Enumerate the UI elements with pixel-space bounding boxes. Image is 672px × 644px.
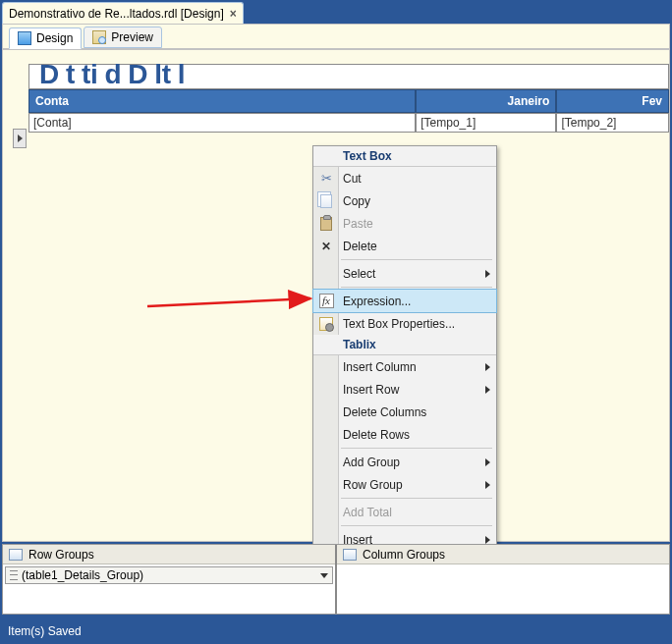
view-tab-bar: Design Preview [2,24,670,49]
tab-design[interactable]: Design [9,27,82,49]
row-groups-label: Row Groups [28,548,94,562]
chevron-right-icon [485,481,490,489]
report-title-text: D t ti d D lt l [39,59,185,90]
grouping-pane: Row Groups (table1_Details_Group) Column… [2,544,670,615]
chevron-right-icon [485,363,490,371]
column-groups-label: Column Groups [363,548,445,562]
group-item-label: (table1_Details_Group) [18,568,320,582]
row-groups-body[interactable]: (table1_Details_Group) [3,564,335,614]
drag-handle-icon[interactable] [10,568,18,582]
menu-delete[interactable]: Delete [313,235,496,257]
menu-delete-rows[interactable]: Delete Rows [313,423,496,446]
tab-preview-label: Preview [111,30,153,44]
close-icon[interactable]: × [230,7,237,21]
chevron-right-icon [485,536,490,544]
menu-copy[interactable]: Copy [313,189,496,212]
copy-icon [318,193,334,209]
tablix-detail-row: [Conta] [Tempo_1] [Tempo_2] [28,113,669,133]
menu-separator [341,448,492,449]
fx-icon: fx [318,294,334,309]
row-groups-header: Row Groups [3,545,335,564]
cell-tempo2[interactable]: [Tempo_2] [556,113,669,133]
menu-section-tablix: Tablix [313,335,496,355]
menu-textbox-properties[interactable]: Text Box Properties... [313,312,496,335]
menu-cut[interactable]: Cut [313,167,496,189]
cut-icon [318,171,334,187]
menu-separator [341,498,492,499]
document-tab[interactable]: Demonstrativo de Re...ltados.rdl [Design… [2,2,244,24]
row-groups-panel: Row Groups (table1_Details_Group) [3,545,337,614]
column-groups-header: Column Groups [337,545,669,564]
chevron-right-icon [485,458,490,466]
cell-conta[interactable]: [Conta] [28,113,416,133]
report-title-cell[interactable]: D t ti d D lt l [28,64,669,89]
menu-select[interactable]: Select [313,262,496,285]
menu-separator [341,259,492,260]
menu-delete-columns[interactable]: Delete Columns [313,401,496,423]
menu-insert-column[interactable]: Insert Column [313,355,496,378]
chevron-right-icon [485,270,490,278]
delete-icon [318,239,334,254]
status-text: Item(s) Saved [8,624,82,638]
menu-row-group[interactable]: Row Group [313,473,496,496]
col-header-janeiro[interactable]: Janeiro [416,89,556,113]
properties-icon [318,316,334,332]
col-header-fev[interactable]: Fev [556,89,669,113]
menu-expression[interactable]: fxExpression... [312,289,497,313]
menu-separator [341,525,492,526]
report-body: D t ti d D lt l Conta Janeiro Fev [Conta… [28,64,669,133]
menu-insert-row[interactable]: Insert Row [313,378,496,401]
group-item-details[interactable]: (table1_Details_Group) [5,566,333,584]
row-groups-icon [9,549,23,561]
menu-add-total: Add Total [313,501,496,523]
tab-preview[interactable]: Preview [84,27,162,48]
col-header-conta[interactable]: Conta [28,89,416,113]
tablix-header-row: Conta Janeiro Fev [28,89,669,113]
row-selector-handle[interactable] [13,129,27,148]
menu-separator [341,287,492,288]
document-tab-label: Demonstrativo de Re...ltados.rdl [Design… [9,7,224,21]
menu-add-group[interactable]: Add Group [313,451,496,473]
column-groups-icon [343,549,357,561]
column-groups-panel: Column Groups [337,545,669,614]
status-bar: Item(s) Saved [2,620,670,642]
chevron-right-icon [485,386,490,394]
cell-tempo1[interactable]: [Tempo_1] [416,113,556,133]
menu-section-textbox: Text Box [313,146,496,167]
chevron-down-icon[interactable] [320,573,328,578]
tab-design-label: Design [36,31,73,45]
paste-icon [318,216,334,232]
menu-paste: Paste [313,212,496,235]
column-groups-body[interactable] [337,564,669,614]
preview-icon [92,30,106,44]
context-menu: Text Box Cut Copy Paste Delete Select fx… [312,145,497,552]
design-icon [18,31,31,45]
